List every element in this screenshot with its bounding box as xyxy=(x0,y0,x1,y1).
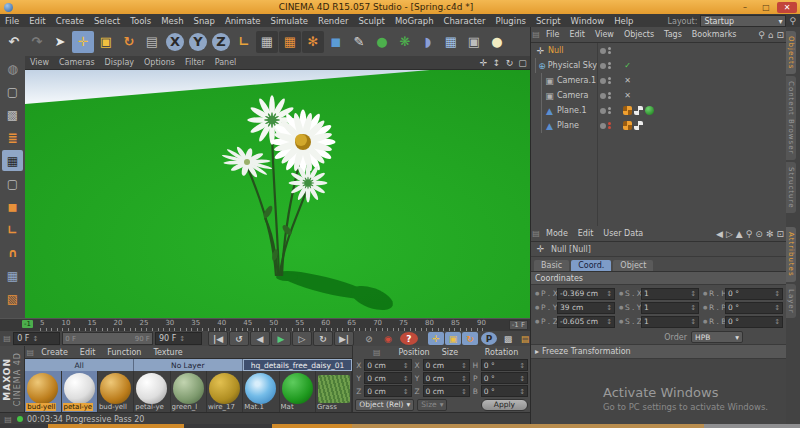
object-manager-menu-item[interactable]: File xyxy=(541,30,564,39)
current-frame-marker[interactable]: -1 xyxy=(22,320,33,328)
x-axis-lock-icon[interactable]: X xyxy=(166,33,184,51)
viewport-menu-item[interactable]: Display xyxy=(100,58,140,67)
workplane-lock-icon[interactable]: ▦ xyxy=(2,265,23,286)
rotation-field[interactable]: 0 ° xyxy=(481,385,528,397)
last-tool-icon[interactable]: ▤ xyxy=(141,31,163,53)
object-tag[interactable] xyxy=(623,61,632,70)
visibility-toggles[interactable] xyxy=(597,62,620,69)
object-name[interactable]: Camera.1 xyxy=(557,76,596,85)
frame-icon[interactable]: ⊡ xyxy=(776,30,784,40)
attribute-field-input[interactable]: 1 xyxy=(641,302,699,314)
menu-item[interactable]: Edit xyxy=(24,16,50,26)
key-rotation-toggle[interactable]: ↻ xyxy=(462,332,478,345)
material-item[interactable]: bud-yell xyxy=(25,371,61,412)
menu-item[interactable]: Script xyxy=(531,16,566,26)
minimize-button[interactable]: – xyxy=(735,2,755,13)
spinner-icon[interactable] xyxy=(690,317,696,326)
material-item[interactable]: Grass xyxy=(316,371,352,412)
menu-item[interactable]: Animate xyxy=(220,16,266,26)
attribute-menu-item[interactable]: Edit xyxy=(573,229,599,238)
material-item[interactable]: petal-ye xyxy=(134,371,170,412)
frame-icon[interactable]: ⊡ xyxy=(776,229,784,239)
position-field[interactable]: 0 cm xyxy=(364,359,411,371)
attribute-menu-item[interactable]: User Data xyxy=(598,229,648,238)
scale-tool-icon[interactable]: ▣ xyxy=(95,31,117,53)
object-row[interactable]: Plane.1 xyxy=(531,103,787,118)
end-frame-field[interactable]: 90 F xyxy=(155,332,202,345)
position-field[interactable]: 0 cm xyxy=(364,372,411,384)
snap-icon[interactable]: ∩ xyxy=(2,242,23,263)
record-help-button[interactable]: ? xyxy=(400,332,418,345)
material-menu-item[interactable]: Edit xyxy=(74,348,102,357)
size-field[interactable]: 0 cm xyxy=(423,359,470,371)
workplane-mode-icon[interactable]: ▦ xyxy=(2,150,23,171)
spinner-icon[interactable] xyxy=(774,303,780,312)
goto-end-button[interactable]: ▶| xyxy=(334,331,354,346)
visibility-toggles[interactable] xyxy=(597,47,620,54)
key-scale-toggle[interactable]: ▣ xyxy=(445,332,461,345)
material-item[interactable]: wire_17 xyxy=(207,371,243,412)
spinner-icon[interactable] xyxy=(179,334,185,343)
size-field[interactable]: 0 cm xyxy=(423,372,470,384)
menu-item[interactable]: File xyxy=(0,16,24,26)
visibility-toggles[interactable] xyxy=(597,77,620,84)
menu-item[interactable]: Simulate xyxy=(266,16,314,26)
menu-item[interactable]: MoGraph xyxy=(390,16,439,26)
freeze-transformation-section[interactable]: ▸ Freeze Transformation xyxy=(531,344,787,359)
mograph-icon[interactable]: ❋ xyxy=(394,31,416,53)
material-menu-item[interactable]: Function xyxy=(101,348,147,357)
coordinate-mode-dropdown[interactable]: Object (Rel) ▾ xyxy=(355,399,414,411)
toggle-view-icon[interactable]: ▢ xyxy=(517,58,528,68)
viewport-menu-item[interactable]: Options xyxy=(139,58,180,67)
attribute-menu-item[interactable]: Mode xyxy=(541,229,573,238)
menu-item[interactable]: Mesh xyxy=(156,16,188,26)
lock-icon[interactable]: ⊙ xyxy=(755,229,763,239)
autokey-button[interactable]: ◉ xyxy=(379,332,397,345)
history-forward-icon[interactable]: ▷ xyxy=(726,229,733,239)
prev-frame-button[interactable]: ◀ xyxy=(250,331,270,346)
panel-tab[interactable]: Structure xyxy=(786,162,796,214)
model-mode-icon[interactable]: ◍ xyxy=(2,58,23,79)
play-button[interactable]: ▶ xyxy=(271,331,291,346)
object-tag[interactable] xyxy=(645,106,654,115)
make-editable-icon[interactable]: ▢ xyxy=(2,81,23,102)
object-row[interactable]: Camera xyxy=(531,88,787,103)
subdivision-surface-icon[interactable]: ● xyxy=(371,31,393,53)
visibility-toggles[interactable] xyxy=(597,92,620,99)
position-field[interactable]: 0 cm xyxy=(364,385,411,397)
rotation-field[interactable]: 0 ° xyxy=(481,372,528,384)
environment-floor-icon[interactable]: ▦ xyxy=(440,31,462,53)
redo-icon[interactable]: ↷ xyxy=(26,31,48,53)
attribute-field-input[interactable]: 0 ° xyxy=(725,316,783,328)
move-tool-icon[interactable]: ✛ xyxy=(72,31,94,53)
menu-item[interactable]: Window xyxy=(566,16,610,26)
coord-system-icon[interactable]: ∟ xyxy=(233,31,255,53)
material-item[interactable]: Mat.1 xyxy=(243,371,279,412)
spinner-icon[interactable] xyxy=(606,317,612,326)
menu-item[interactable]: Create xyxy=(51,16,89,26)
attribute-field-input[interactable]: 1 xyxy=(641,316,699,328)
object-manager-menu-item[interactable]: Objects xyxy=(619,30,659,39)
viewport-menu-item[interactable]: View xyxy=(25,58,54,67)
home-icon[interactable]: ⌂ xyxy=(768,30,774,40)
menu-item[interactable]: Tools xyxy=(125,16,156,26)
material-item[interactable]: bud-yell xyxy=(98,371,134,412)
spinner-icon[interactable] xyxy=(606,303,612,312)
play-backwards-button[interactable]: ↺ xyxy=(229,331,249,346)
enable-axis-icon[interactable]: ∟ xyxy=(2,219,23,240)
viewport-menu-item[interactable]: Filter xyxy=(180,58,210,67)
spinner-icon[interactable] xyxy=(606,289,612,298)
attribute-field-input[interactable]: 1 xyxy=(641,288,699,300)
material-item[interactable]: petal-ye xyxy=(62,371,98,412)
key-parameter-toggle[interactable]: P xyxy=(481,332,497,345)
texture-mode-icon[interactable]: ≣ xyxy=(2,127,23,148)
attribute-field-input[interactable]: -0.369 cm xyxy=(557,288,615,300)
object-name[interactable]: Plane xyxy=(557,121,579,130)
panel-tab[interactable]: Attributes xyxy=(786,227,796,282)
material-menu-item[interactable]: Texture xyxy=(147,348,188,357)
render-queue-icon[interactable]: ✻ xyxy=(302,31,324,53)
search-icon[interactable]: ⚲ xyxy=(789,16,796,26)
layer-tab[interactable]: hq_details_free_daisy_01 xyxy=(243,359,353,371)
attribute-field-input[interactable]: 39 cm xyxy=(557,302,615,314)
live-selection-icon[interactable]: ➤ xyxy=(49,31,71,53)
